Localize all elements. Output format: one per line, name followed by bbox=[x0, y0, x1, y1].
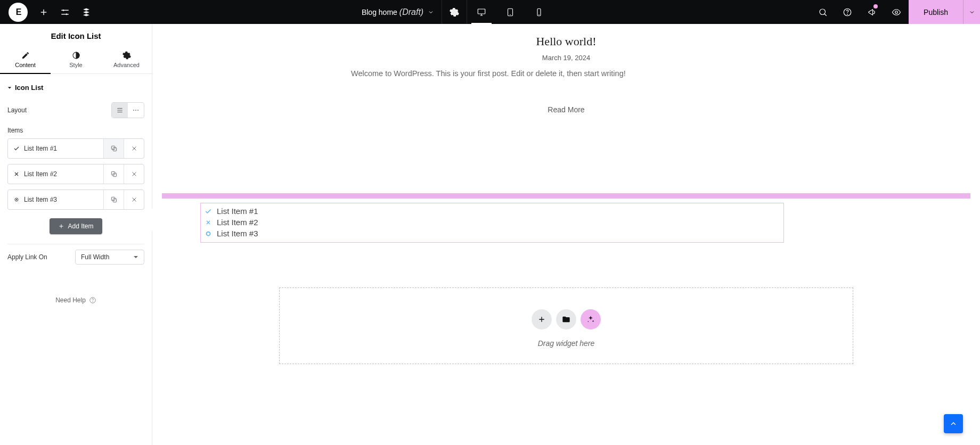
chevron-down-icon bbox=[428, 9, 434, 15]
list-item: List Item #2 bbox=[204, 217, 780, 228]
dropzone-text: Drag widget here bbox=[280, 339, 853, 348]
post-excerpt: Welcome to WordPress. This is your first… bbox=[351, 69, 781, 78]
tab-advanced[interactable]: Advanced bbox=[101, 47, 152, 73]
svg-point-24 bbox=[93, 302, 93, 302]
document-status: (Draft) bbox=[399, 7, 423, 17]
apply-link-select[interactable]: Full Width bbox=[75, 250, 144, 265]
layout-toggle bbox=[111, 102, 144, 118]
svg-point-14 bbox=[137, 110, 138, 111]
publish-label: Publish bbox=[924, 8, 948, 17]
cross-icon bbox=[204, 219, 213, 226]
settings-sliders-icon[interactable] bbox=[54, 7, 76, 17]
empty-section-dropzone[interactable]: Drag widget here bbox=[279, 287, 853, 364]
section-highlight-bar[interactable] bbox=[162, 193, 970, 199]
items-label: Items bbox=[7, 123, 144, 138]
duplicate-item-icon[interactable] bbox=[103, 190, 124, 209]
duplicate-item-icon[interactable] bbox=[103, 164, 124, 184]
tab-style[interactable]: Style bbox=[51, 47, 101, 73]
remove-item-icon[interactable] bbox=[124, 164, 144, 184]
section-icon-list[interactable]: Icon List bbox=[7, 80, 144, 97]
page-settings-icon[interactable] bbox=[442, 0, 467, 24]
svg-point-8 bbox=[847, 14, 848, 14]
repeater-item-toggle[interactable]: List Item #3 bbox=[8, 190, 103, 209]
svg-rect-3 bbox=[478, 9, 485, 14]
ai-generate-button[interactable] bbox=[581, 309, 601, 329]
responsive-device-switcher bbox=[467, 0, 553, 24]
layout-inline-icon[interactable] bbox=[128, 103, 144, 118]
preview-icon[interactable] bbox=[884, 0, 909, 24]
device-tablet[interactable] bbox=[496, 0, 525, 24]
svg-point-9 bbox=[895, 11, 898, 13]
post-preview: Hello world! March 19, 2024 Welcome to W… bbox=[417, 30, 715, 114]
add-section-button[interactable] bbox=[532, 309, 552, 329]
remove-item-icon[interactable] bbox=[124, 190, 144, 209]
svg-point-6 bbox=[820, 9, 826, 15]
repeater-item: List Item #3 bbox=[7, 189, 144, 210]
post-date: March 19, 2024 bbox=[417, 51, 715, 69]
dot-circle-icon bbox=[13, 196, 20, 203]
help-circle-icon bbox=[89, 296, 96, 304]
repeater-item: List Item #2 bbox=[7, 164, 144, 184]
items-repeater: List Item #1 List Item #2 bbox=[7, 138, 144, 210]
top-bar: E Blog home (Draft) bbox=[0, 0, 980, 24]
device-mobile[interactable] bbox=[525, 0, 553, 24]
svg-point-0 bbox=[63, 9, 64, 11]
repeater-item-toggle[interactable]: List Item #1 bbox=[8, 139, 103, 158]
add-element-button[interactable] bbox=[33, 7, 54, 17]
cross-icon bbox=[13, 171, 20, 177]
notification-dot bbox=[873, 4, 878, 9]
check-icon bbox=[204, 208, 213, 215]
layout-label: Layout bbox=[7, 106, 27, 114]
read-more-link[interactable]: Read More bbox=[548, 105, 584, 114]
remove-item-icon[interactable] bbox=[124, 139, 144, 158]
tab-content[interactable]: Content bbox=[0, 47, 51, 73]
document-title: Blog home bbox=[362, 8, 397, 17]
list-item: List Item #3 bbox=[204, 228, 780, 239]
publish-options-caret[interactable] bbox=[963, 0, 980, 24]
panel-tabs: Content Style Advanced bbox=[0, 47, 152, 74]
whats-new-icon[interactable] bbox=[860, 0, 884, 24]
svg-point-12 bbox=[133, 110, 134, 111]
device-desktop[interactable] bbox=[467, 0, 496, 24]
help-icon[interactable] bbox=[835, 0, 860, 24]
panel-title: Edit Icon List bbox=[0, 24, 152, 47]
list-item: List Item #1 bbox=[204, 205, 780, 217]
editor-canvas[interactable]: Hello world! March 19, 2024 Welcome to W… bbox=[152, 24, 980, 445]
svg-point-25 bbox=[207, 232, 210, 235]
dot-circle-icon bbox=[204, 230, 213, 237]
add-item-button[interactable]: Add Item bbox=[50, 218, 102, 234]
post-title: Hello world! bbox=[417, 30, 715, 51]
repeater-item-toggle[interactable]: List Item #2 bbox=[8, 164, 103, 184]
svg-point-13 bbox=[135, 110, 136, 111]
svg-point-20 bbox=[16, 199, 18, 201]
structure-icon[interactable] bbox=[76, 7, 97, 17]
duplicate-item-icon[interactable] bbox=[103, 139, 124, 158]
apply-link-label: Apply Link On bbox=[7, 253, 47, 261]
publish-button[interactable]: Publish bbox=[909, 0, 963, 24]
chevron-down-icon bbox=[133, 254, 138, 260]
repeater-item: List Item #1 bbox=[7, 138, 144, 159]
scroll-to-top-button[interactable] bbox=[944, 414, 963, 433]
layout-default-icon[interactable] bbox=[112, 103, 128, 118]
icon-list-widget[interactable]: List Item #1 List Item #2 List Item #3 bbox=[200, 203, 784, 243]
document-switcher[interactable]: Blog home (Draft) bbox=[354, 0, 442, 24]
need-help-link[interactable]: Need Help bbox=[7, 270, 144, 312]
finder-search-icon[interactable] bbox=[811, 0, 835, 24]
elementor-logo[interactable]: E bbox=[9, 3, 28, 22]
svg-point-1 bbox=[66, 13, 68, 15]
add-template-button[interactable] bbox=[556, 309, 576, 329]
check-icon bbox=[13, 145, 20, 152]
editor-panel: Edit Icon List Content Style Advanced Ic… bbox=[0, 24, 152, 445]
